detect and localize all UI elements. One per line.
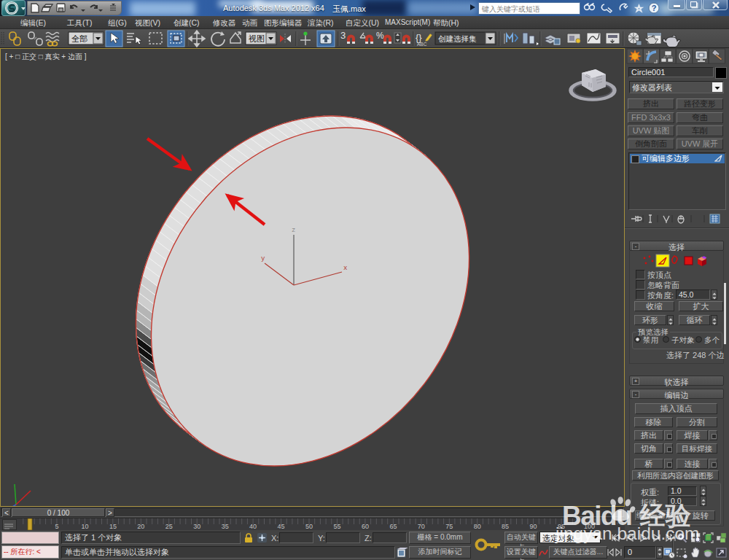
svg-text:30: 30 [193, 523, 200, 530]
svg-text:75: 75 [445, 523, 453, 530]
svg-text:ABC: ABC [417, 42, 427, 47]
svg-text:y: y [261, 255, 265, 262]
svg-text:60: 60 [362, 523, 369, 530]
svg-text:%: % [376, 31, 384, 41]
svg-text:65: 65 [389, 523, 397, 530]
svg-text:x: x [343, 265, 347, 272]
svg-text:80: 80 [474, 523, 481, 530]
svg-text:35: 35 [222, 523, 229, 530]
svg-text:视图: 视图 [249, 34, 265, 43]
svg-text:创建选择集: 创建选择集 [438, 34, 477, 43]
svg-text:85: 85 [502, 523, 509, 530]
svg-text:70: 70 [418, 523, 425, 530]
svg-text:3: 3 [340, 30, 346, 41]
svg-text:100: 100 [584, 523, 595, 530]
svg-text:5: 5 [55, 523, 58, 530]
svg-text:90: 90 [530, 523, 537, 530]
svg-text:?: ? [652, 4, 657, 12]
svg-text:50: 50 [305, 523, 313, 530]
svg-text:55: 55 [333, 523, 340, 530]
svg-text:全部: 全部 [71, 34, 87, 43]
svg-text:25: 25 [165, 523, 173, 530]
svg-text:10: 10 [81, 523, 88, 530]
svg-text:20: 20 [137, 523, 144, 530]
svg-text:45: 45 [278, 523, 285, 530]
svg-text:15: 15 [109, 523, 117, 530]
svg-text:z: z [292, 227, 295, 234]
svg-text:95: 95 [558, 523, 565, 530]
svg-text:40: 40 [249, 523, 257, 530]
